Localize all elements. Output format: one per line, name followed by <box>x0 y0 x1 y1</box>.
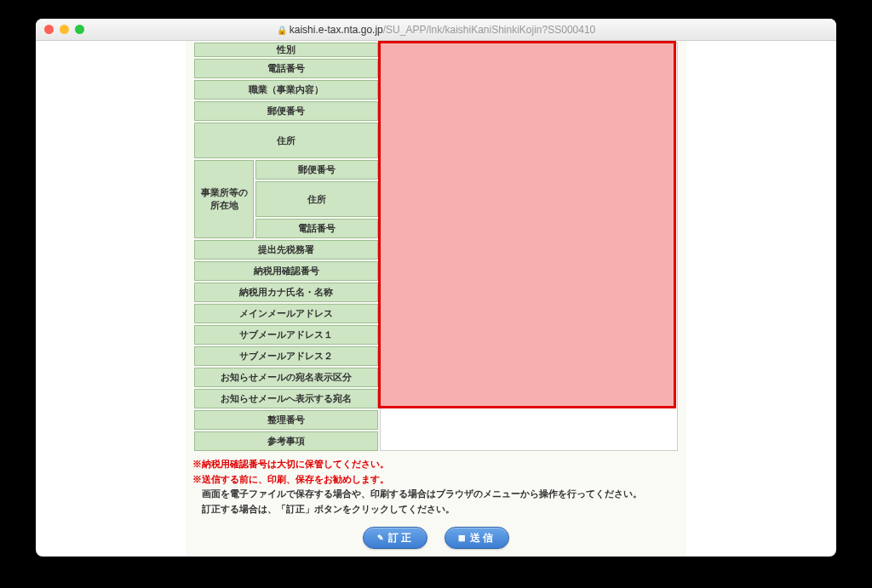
page: 性別 電話番号 職業（事業内容） 郵便番号 住所 事業所等の所在地 郵便番号 住… <box>186 41 686 557</box>
url-path: /SU_APP/lnk/kaishiKaniShinkiKojin?SS0004… <box>383 24 596 36</box>
pencil-icon: ✎ <box>377 534 387 542</box>
label-teishutsu: 提出先税務署 <box>194 240 378 260</box>
label-kakunin-bango: 納税用確認番号 <box>194 261 378 281</box>
window-controls <box>44 25 84 34</box>
label-sanko: 参考事項 <box>194 431 378 451</box>
correct-button[interactable]: ✎ 訂正 <box>363 527 427 549</box>
label-jigyosho-tel: 電話番号 <box>255 219 378 238</box>
address-bar: 🔒kaishi.e-tax.nta.go.jp/SU_APP/lnk/kaish… <box>36 24 836 36</box>
lock-icon: 🔒 <box>277 26 287 35</box>
label-jusho: 住所 <box>194 123 378 158</box>
minimize-icon[interactable] <box>60 25 69 34</box>
label-shokugyo: 職業（事業内容） <box>194 80 378 100</box>
browser-window: 🔒kaishi.e-tax.nta.go.jp/SU_APP/lnk/kaish… <box>36 19 836 557</box>
label-tel: 電話番号 <box>194 59 378 78</box>
send-icon: ▦ <box>458 534 468 542</box>
send-label: 送信 <box>470 531 496 545</box>
note-info1: 画面を電子ファイルで保存する場合や、印刷する場合はブラウザのメニューから操作を行… <box>192 487 680 502</box>
label-seiri-bango: 整理番号 <box>194 410 378 430</box>
content: 性別 電話番号 職業（事業内容） 郵便番号 住所 事業所等の所在地 郵便番号 住… <box>36 41 836 557</box>
label-main-mail: メインメールアドレス <box>194 304 378 323</box>
titlebar: 🔒kaishi.e-tax.nta.go.jp/SU_APP/lnk/kaish… <box>36 19 836 41</box>
button-row: ✎ 訂正 ▦ 送信 <box>186 527 686 549</box>
label-sub-mail2: サブメールアドレス２ <box>194 346 378 366</box>
notes: ※納税用確認番号は大切に保管してください。 ※送信する前に、印刷、保存をお勧めし… <box>192 457 680 517</box>
label-jigyosho-jusho: 住所 <box>255 181 378 217</box>
close-icon[interactable] <box>44 25 54 34</box>
form-area: 性別 電話番号 職業（事業内容） 郵便番号 住所 事業所等の所在地 郵便番号 住… <box>192 41 680 453</box>
label-jigyosho-group: 事業所等の所在地 <box>194 160 254 238</box>
maximize-icon[interactable] <box>75 25 84 34</box>
label-yubin: 郵便番号 <box>194 101 378 121</box>
label-jigyosho-yubin: 郵便番号 <box>255 160 378 180</box>
correct-label: 訂正 <box>388 531 414 545</box>
label-seibetsu: 性別 <box>194 43 378 57</box>
note-warn2: ※送信する前に、印刷、保存をお勧めします。 <box>192 472 680 488</box>
url-host: kaishi.e-tax.nta.go.jp <box>290 24 383 36</box>
highlight-data-area <box>378 41 676 408</box>
label-atena-kubun: お知らせメールの宛名表示区分 <box>194 368 378 387</box>
note-warn1: ※納税用確認番号は大切に保管してください。 <box>192 457 680 472</box>
label-sub-mail1: サブメールアドレス１ <box>194 325 378 345</box>
note-info2: 訂正する場合は、「訂正」ボタンをクリックしてください。 <box>192 502 680 517</box>
label-atena: お知らせメールへ表示する宛名 <box>194 389 378 408</box>
send-button[interactable]: ▦ 送信 <box>445 527 509 549</box>
label-kana-meisho: 納税用カナ氏名・名称 <box>194 283 378 302</box>
